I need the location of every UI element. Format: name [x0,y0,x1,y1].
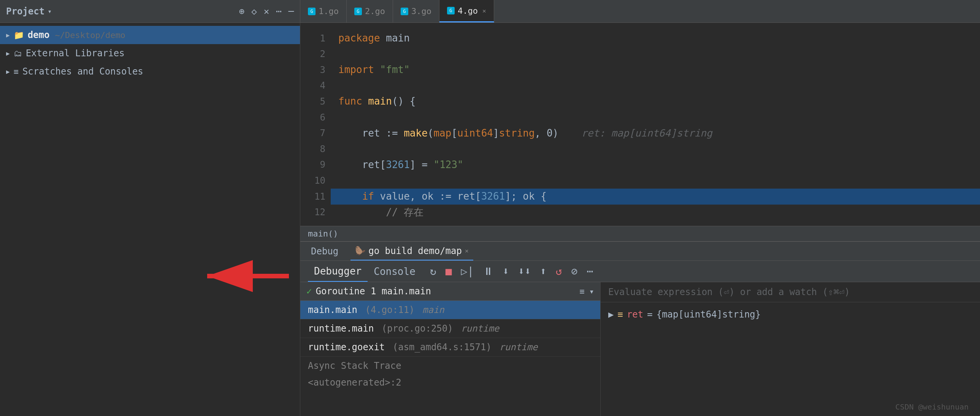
reset-btn[interactable]: ↺ [552,265,566,277]
line-5: ▶ 5 [300,94,325,110]
debug-panel: Debug 🦫 go build demo/map ✕ Debugger [300,241,980,416]
tab-4go[interactable]: G 4.go ✕ [439,0,494,22]
goroutine-dropdown-icon[interactable]: ▾ [589,287,594,296]
watermark: CSDN @weishunuan [895,402,969,411]
stack-frame-1[interactable]: main.main (4.go:11) main [300,301,600,319]
line-6: 6 [300,110,325,126]
restart-btn[interactable]: ↻ [426,265,440,277]
editor-footer-text: main() [308,229,338,238]
tab-3go[interactable]: G 3.go [393,0,439,22]
line-12: 12 [300,205,325,220]
step-out-btn[interactable]: ⬆ [536,265,550,277]
debugger-tab-btn[interactable]: Debugger [308,261,368,282]
scratches-arrow-icon: ▶ [6,68,10,75]
more-btn[interactable]: ⋯ [583,265,597,277]
panel-header: Project ▾ ⊕ ◇ ✕ ⋯ ─ [0,0,300,22]
mute-btn[interactable]: ⊘ [568,265,582,277]
type-hint-7: ret: map[uint64]string [581,126,712,142]
tab-1go-label: 1.go [318,6,339,16]
tab-1go[interactable]: G 1.go [300,0,347,22]
code-line-1: package main [338,30,980,46]
demo-folder-icon: 📁 [14,30,24,40]
code-line-7: ret := make(map[uint64]string, 0) ret: m… [338,126,980,142]
go-build-icon: 🦫 [355,246,365,255]
async-trace-label: Async Stack Trace [300,357,600,375]
expression-input-area[interactable]: Evaluate expression (⏎) or add a watch (… [601,282,980,302]
tab-bar: G 1.go G 2.go G 3.go G 4.go ✕ [300,0,980,22]
line-numbers: 1 2 3 4 ▶ 5 6 7 8 9 10 [300,23,331,226]
debug-tab-debug[interactable]: Debug [306,242,343,260]
step-into-btn[interactable]: ⬇⬇ [514,265,535,277]
goroutine-controls: ≡ ▾ [580,287,595,296]
ext-lib-icon: 🗂 [14,49,22,58]
code-line-8 [338,141,980,157]
var-item-ret[interactable]: ▶ ≡ ret = {map[uint64]string} [608,306,972,323]
tab-4go-label: 4.go [458,6,478,16]
tab-1go-icon: G [308,8,315,15]
expression-placeholder: Evaluate expression (⏎) or add a watch (… [608,287,850,297]
var-value-ret: {map[uint64]string} [657,309,761,320]
stack-frame-3[interactable]: runtime.goexit (asm_amd64.s:1571) runtim… [300,338,600,357]
auto-generated-label: <autogenerated>:2 [300,375,600,390]
debug-body: ✓ Goroutine 1 main.main ≡ ▾ main.main (4… [300,282,980,416]
debug-action-buttons: ↻ ■ ▷| ⏸ ⬇ ⬇⬇ ⬆ ↺ [426,261,597,282]
tab-2go[interactable]: G 2.go [347,0,393,22]
stack-frame-2[interactable]: runtime.main (proc.go:250) runtime [300,319,600,338]
panel-dropdown-icon[interactable]: ▾ [48,7,52,15]
tab-2go-icon: G [354,8,362,15]
stop-btn[interactable]: ■ [442,265,456,277]
console-tab-btn[interactable]: Console [368,261,422,282]
line-9: 9 [300,157,325,173]
code-line-12: // 存在 [338,205,980,220]
panel-up-icon[interactable]: ◇ [251,6,256,17]
demo-arrow-icon: ▶ [6,32,10,39]
panel-title: Project [6,6,45,17]
goroutine-list-icon[interactable]: ≡ [580,287,585,296]
var-expand-icon[interactable]: ▶ [608,309,614,320]
demo-path: ~/Desktop/demo [55,30,125,40]
line-11: ✓ 11 [300,189,325,205]
debug-right-panel: Evaluate expression (⏎) or add a watch (… [601,282,980,416]
code-content: package main import "fmt" func main() { [331,23,980,226]
debug-tab-go-build[interactable]: 🦫 go build demo/map ✕ [350,242,473,260]
scratches-label: Scratches and Consoles [22,66,143,77]
sidebar-item-external-libraries[interactable]: ▶ 🗂 External Libraries [0,44,300,62]
panel-close-icon[interactable]: ✕ [264,6,269,17]
code-line-11: if value, ok := ret[3261]; ok { [331,189,980,205]
variables-area: ▶ ≡ ret = {map[uint64]string} [601,302,980,416]
line-7: 7 [300,126,325,142]
resume-btn[interactable]: ▷| [457,265,478,277]
debug-panel-tabs: Debug 🦫 go build demo/map ✕ [300,242,980,261]
goroutine-label: Goroutine 1 main.main [315,286,431,296]
debug-left-panel: ✓ Goroutine 1 main.main ≡ ▾ main.main (4… [300,282,601,416]
step-over-btn[interactable]: ⬇ [499,265,513,277]
tab-3go-icon: G [401,8,408,15]
tab-4go-icon: G [447,7,455,14]
line-10: 10 [300,173,325,189]
panel-minimize-icon[interactable]: ─ [288,6,294,17]
code-line-10 [338,173,980,189]
pause-btn[interactable]: ⏸ [479,265,497,277]
goroutine-header[interactable]: ✓ Goroutine 1 main.main ≡ ▾ [300,282,600,301]
code-editor: 1 2 3 4 ▶ 5 6 7 8 9 10 [300,23,980,241]
var-equals: = [647,309,652,320]
ext-lib-label: External Libraries [26,48,125,59]
panel-more-icon[interactable]: ⋯ [276,6,281,17]
sidebar-item-scratches[interactable]: ▶ ≡ Scratches and Consoles [0,62,300,81]
var-type-icon: ≡ [617,309,623,320]
line-2: 2 [300,46,325,62]
tab-4go-close[interactable]: ✕ [482,7,486,14]
debug-toolbar: Debugger Console ↻ ■ ▷| ⏸ [300,261,980,282]
sidebar-item-demo[interactable]: ▶ 📁 demo ~/Desktop/demo [0,26,300,44]
goroutine-check-icon: ✓ [306,286,312,296]
demo-label: demo [28,30,50,40]
code-line-5: func main() { [338,94,980,110]
line-4: 4 [300,78,325,94]
code-line-6 [338,110,980,126]
panel-globe-icon[interactable]: ⊕ [239,6,245,17]
editor-footer: main() [300,226,980,241]
sidebar: ▶ 📁 demo ~/Desktop/demo ▶ 🗂 External Lib… [0,23,300,416]
code-line-9: ret[3261] = "123" [338,157,980,173]
code-line-4 [338,78,980,94]
go-build-close[interactable]: ✕ [465,247,469,254]
